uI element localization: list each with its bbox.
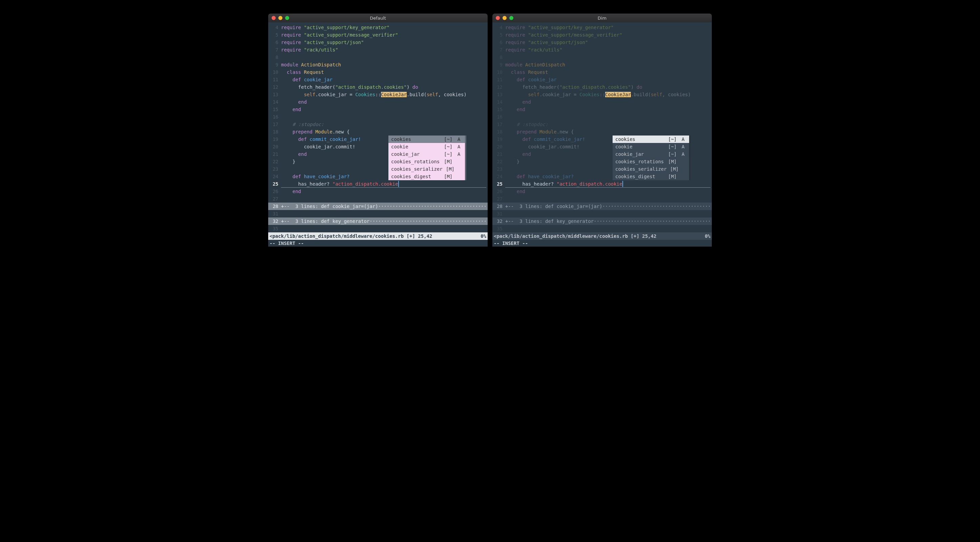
editor-dim[interactable]: 4require "active_support/key_generator"5… xyxy=(492,22,712,247)
completion-source xyxy=(682,158,686,165)
completion-popup[interactable]: cookies[~]Acookie[~]Acookie_jar[~]Acooki… xyxy=(612,136,690,180)
completion-item[interactable]: cookies_serializer[M] xyxy=(612,165,689,173)
code-line[interactable]: 9module ActionDispatch xyxy=(492,61,712,69)
code-line[interactable]: 8 xyxy=(492,54,712,61)
completion-item[interactable]: cookies_rotations[M] xyxy=(388,158,465,165)
code-content[interactable]: # :stopdoc: xyxy=(281,121,488,128)
completion-source: A xyxy=(682,143,686,150)
code-line[interactable]: 14 end xyxy=(268,98,488,106)
code-line[interactable]: 18 prepend Module.new { xyxy=(268,128,488,136)
titlebar[interactable]: Dim xyxy=(492,14,712,22)
code-content[interactable]: end xyxy=(281,188,488,195)
code-content[interactable]: self.cookie_jar = Cookies::CookieJar.bui… xyxy=(281,91,488,98)
code-content[interactable]: end xyxy=(505,188,712,195)
code-line[interactable]: 15 end xyxy=(492,106,712,113)
code-line[interactable]: 31 xyxy=(268,210,488,217)
code-content[interactable]: # :stopdoc: xyxy=(505,121,712,128)
code-line[interactable]: 31 xyxy=(492,210,712,217)
completion-item[interactable]: cookie_jar[~]A xyxy=(612,150,689,158)
code-content[interactable]: require "rack/utils" xyxy=(505,46,712,54)
code-content[interactable]: require "active_support/key_generator" xyxy=(505,24,712,31)
code-line[interactable]: 25 has_header? "action_dispatch.cookie xyxy=(268,180,488,188)
code-content[interactable]: module ActionDispatch xyxy=(505,61,712,69)
line-number: 19 xyxy=(492,136,505,143)
completion-item[interactable]: cookies[~]A xyxy=(388,136,465,143)
editor-default[interactable]: 4require "active_support/key_generator"5… xyxy=(268,22,488,247)
code-line[interactable]: 26 end xyxy=(268,188,488,195)
code-line[interactable]: 6require "active_support/json" xyxy=(268,38,488,46)
code-content[interactable]: end xyxy=(505,98,712,106)
code-line[interactable]: 5require "active_support/message_verifie… xyxy=(268,31,488,38)
code-content[interactable]: def cookie_jar xyxy=(505,76,712,83)
code-content[interactable]: end xyxy=(281,98,488,106)
code-content[interactable]: require "active_support/json" xyxy=(281,38,488,46)
code-line[interactable]: 15 end xyxy=(268,106,488,113)
code-content[interactable]: def cookie_jar xyxy=(281,76,488,83)
line-number: 21 xyxy=(492,150,505,158)
code-line[interactable]: 9module ActionDispatch xyxy=(268,61,488,69)
code-content[interactable]: fetch_header("action_dispatch.cookies") … xyxy=(281,83,488,91)
completion-item[interactable]: cookies_digest[M] xyxy=(612,173,689,180)
fold-line[interactable]: 32+-- 3 lines: def key_generator········… xyxy=(268,217,488,225)
completion-popup[interactable]: cookies[~]Acookie[~]Acookie_jar[~]Acooki… xyxy=(388,136,466,180)
code-content[interactable]: prepend Module.new { xyxy=(505,128,712,136)
code-line[interactable]: 13 self.cookie_jar = Cookies::CookieJar.… xyxy=(268,91,488,98)
code-line[interactable]: 8 xyxy=(268,54,488,61)
code-content[interactable]: prepend Module.new { xyxy=(281,128,488,136)
code-line[interactable]: 27 xyxy=(492,195,712,202)
code-content[interactable]: end xyxy=(505,106,712,113)
code-line[interactable]: 6require "active_support/json" xyxy=(492,38,712,46)
code-line[interactable]: 17 # :stopdoc: xyxy=(492,121,712,128)
code-content[interactable]: has_header? "action_dispatch.cookie xyxy=(281,180,488,188)
fold-line[interactable]: 28+-- 3 lines: def cookie_jar=(jar)·····… xyxy=(492,202,712,210)
code-line[interactable]: 5require "active_support/message_verifie… xyxy=(492,31,712,38)
code-content[interactable]: require "active_support/json" xyxy=(505,38,712,46)
code-content[interactable]: end xyxy=(281,106,488,113)
code-line[interactable]: 16 xyxy=(268,113,488,121)
fold-line[interactable]: 28+-- 3 lines: def cookie_jar=(jar)·····… xyxy=(268,202,488,210)
code-content[interactable]: module ActionDispatch xyxy=(281,61,488,69)
code-content[interactable]: self.cookie_jar = Cookies::CookieJar.bui… xyxy=(505,91,712,98)
code-line[interactable]: 26 end xyxy=(492,188,712,195)
code-content[interactable]: class Request xyxy=(505,69,712,76)
completion-item[interactable]: cookie[~]A xyxy=(388,143,465,150)
code-line[interactable]: 12 fetch_header("action_dispatch.cookies… xyxy=(268,83,488,91)
code-line[interactable]: 13 self.cookie_jar = Cookies::CookieJar.… xyxy=(492,91,712,98)
code-line[interactable]: 4require "active_support/key_generator" xyxy=(268,24,488,31)
code-content[interactable]: class Request xyxy=(281,69,488,76)
fold-line[interactable]: 32+-- 3 lines: def key_generator········… xyxy=(492,217,712,225)
completion-item[interactable]: cookies_digest[M] xyxy=(388,173,465,180)
code-line[interactable]: 11 def cookie_jar xyxy=(492,76,712,83)
code-line[interactable]: 14 end xyxy=(492,98,712,106)
code-content[interactable]: has_header? "action_dispatch.cookie xyxy=(505,180,712,188)
completion-text: cookies xyxy=(391,136,441,143)
code-line[interactable]: 11 def cookie_jar xyxy=(268,76,488,83)
code-line[interactable]: 35 xyxy=(492,225,712,233)
code-line[interactable]: 18 prepend Module.new { xyxy=(492,128,712,136)
completion-item[interactable]: cookies_serializer[M] xyxy=(388,165,465,173)
code-content[interactable]: fetch_header("action_dispatch.cookies") … xyxy=(505,83,712,91)
code-content[interactable]: require "active_support/key_generator" xyxy=(281,24,488,31)
code-line[interactable]: 7require "rack/utils" xyxy=(268,46,488,54)
fold-summary: +-- 3 lines: def key_generator··········… xyxy=(505,217,712,225)
code-line[interactable]: 17 # :stopdoc: xyxy=(268,121,488,128)
code-line[interactable]: 10 class Request xyxy=(268,69,488,76)
code-content[interactable]: require "active_support/message_verifier… xyxy=(281,31,488,38)
code-line[interactable]: 4require "active_support/key_generator" xyxy=(492,24,712,31)
code-line[interactable]: 7require "rack/utils" xyxy=(492,46,712,54)
code-content[interactable]: require "active_support/message_verifier… xyxy=(505,31,712,38)
code-line[interactable]: 25 has_header? "action_dispatch.cookie xyxy=(492,180,712,188)
completion-kind: [~] xyxy=(668,143,678,150)
completion-text: cookies_rotations xyxy=(391,158,441,165)
code-content[interactable]: require "rack/utils" xyxy=(281,46,488,54)
code-line[interactable]: 10 class Request xyxy=(492,69,712,76)
code-line[interactable]: 16 xyxy=(492,113,712,121)
code-line[interactable]: 27 xyxy=(268,195,488,202)
titlebar[interactable]: Default xyxy=(268,14,488,22)
completion-item[interactable]: cookies_rotations[M] xyxy=(612,158,689,165)
completion-item[interactable]: cookie_jar[~]A xyxy=(388,150,465,158)
completion-item[interactable]: cookies[~]A xyxy=(612,136,689,143)
code-line[interactable]: 12 fetch_header("action_dispatch.cookies… xyxy=(492,83,712,91)
code-line[interactable]: 35 xyxy=(268,225,488,233)
completion-item[interactable]: cookie[~]A xyxy=(612,143,689,150)
